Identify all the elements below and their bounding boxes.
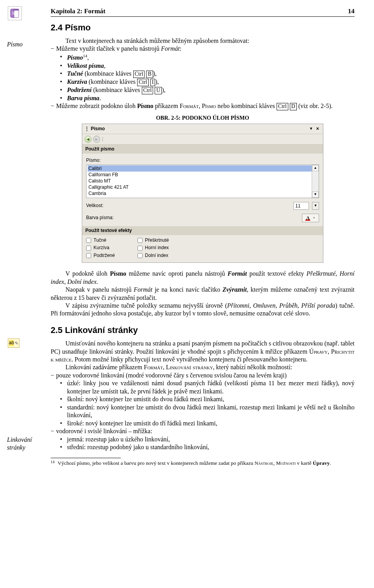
- bullet-velikost: Velikost písma,: [60, 62, 355, 70]
- margin-note-pismo: Písmo: [7, 41, 46, 48]
- checkbox-preskrtnute[interactable]: Přeškrtnuté: [138, 237, 184, 243]
- s25-bullets-2: jemná: rozestup jako u úzkého linkování,…: [60, 436, 355, 452]
- chapter-title: Kapitola 2: Formát: [51, 7, 106, 16]
- bullet-pismo: Písmo14,: [60, 53, 355, 62]
- pane-close-button[interactable]: ×: [314, 126, 321, 132]
- size-dropdown-button[interactable]: ▼: [312, 202, 319, 210]
- s25-p2: Linkování zadáváme příkazem Formát, Link…: [51, 363, 355, 371]
- s25-b-siroke: široké: nový kontejner lze umístit do tř…: [60, 420, 355, 427]
- bullet-kurziva: Kurzíva (kombinace kláves Ctrl I),: [60, 78, 355, 86]
- nav-forward-button[interactable]: ►: [93, 136, 100, 143]
- font-listbox[interactable]: Calibri Californian FB Calisto MT Callig…: [86, 165, 319, 198]
- onenote-app-icon: N: [8, 6, 22, 20]
- s25-b-standardni: standardní: nový kontejner lze umístit d…: [60, 404, 355, 420]
- font-item[interactable]: Californian FB: [88, 172, 312, 178]
- chapter-header: Kapitola 2: Formát 14: [51, 7, 355, 17]
- svg-rect-4: [305, 220, 310, 221]
- after-p2: Naopak v panelu nástrojů Formát je na ko…: [51, 286, 355, 302]
- s24-intro: Text v kontejnerech na stránkách můžeme …: [51, 37, 355, 45]
- label-pismo: Písmo:: [86, 158, 319, 163]
- s25-dash-1: −pouze vodorovné linkování (modré vodoro…: [51, 372, 355, 379]
- font-color-button[interactable]: A: [302, 214, 319, 222]
- s25-dash-2: −vodorovné i svislé linkování – mřížka:: [51, 427, 355, 435]
- s25-b-skolni: školní: nový kontejner lze umístit do dv…: [60, 395, 355, 403]
- pane-nav: ◄ ► │: [82, 134, 323, 145]
- font-item[interactable]: Calligraphic 421 AT: [88, 184, 312, 190]
- grip-icon: ⋮: [85, 126, 89, 132]
- font-task-pane: ⋮ Písmo ▼ × ◄ ► │ Použít písmo Písmo: Ca…: [82, 124, 323, 263]
- checkbox-tucne[interactable]: Tučné: [86, 237, 133, 243]
- size-input[interactable]: [293, 202, 309, 210]
- label-velikost: Velikost:: [86, 203, 121, 209]
- checkbox-podtrzene[interactable]: Podtržené: [86, 253, 133, 259]
- s24-bullet-list: Písmo14, Velikost písma, Tučné (kombinac…: [60, 53, 355, 102]
- font-list-scrollbar[interactable]: ▲ ▼: [312, 165, 319, 198]
- pane-titlebar: ⋮ Písmo ▼ ×: [82, 124, 323, 134]
- s24-dash-1: −Můžeme využít tlačítek v panelu nástroj…: [51, 45, 355, 53]
- font-item-calibri[interactable]: Calibri: [88, 165, 312, 172]
- margin-note-linkovani: Linkování stránky: [7, 436, 46, 452]
- checkbox-dolni-index[interactable]: Dolní index: [138, 253, 184, 259]
- s24-dash-2: −Můžeme zobrazit podokno úloh Písmo přík…: [51, 102, 355, 110]
- svg-text:N: N: [11, 11, 15, 16]
- font-item[interactable]: Calisto MT: [88, 178, 312, 184]
- bullet-podtrzeni: Podtržení (kombinace kláves Ctrl U),: [60, 86, 355, 94]
- page-number: 14: [348, 7, 355, 16]
- band-text-effects: Použít textové efekty: [82, 226, 323, 235]
- s25-p1: Umisťování nového kontejneru na stránku …: [51, 340, 355, 363]
- section-2-5-title: 2.5 Linkování stránky: [51, 325, 355, 336]
- label-barva: Barva písma:: [86, 215, 121, 221]
- bullet-tucne: Tučné (kombinace kláves Ctrl B),: [60, 70, 355, 78]
- section-2-4-title: 2.4 Písmo: [51, 22, 355, 33]
- s25-b-jemna: jemná: rozestup jako u úzkého linkování,: [60, 436, 355, 443]
- checkbox-horni-index[interactable]: Horní index: [138, 245, 184, 251]
- footnote-14: 14 Výchozí písmo, jeho velikost a barvu …: [51, 460, 355, 466]
- effects-grid: Tučné Přeškrtnuté Kurzíva Horní index Po…: [82, 235, 323, 262]
- checkbox-kurziva[interactable]: Kurzíva: [86, 245, 133, 251]
- nav-back-button[interactable]: ◄: [85, 136, 92, 143]
- after-p3: V zápisu zvýrazníme tučně položky seznam…: [51, 302, 355, 318]
- after-p1: V podokně úloh Písmo můžeme navíc oproti…: [51, 270, 355, 286]
- pane-menu-caret[interactable]: ▼: [309, 126, 313, 131]
- s25-b-uzke: úzké: linky jsou ve vzdálenosti námi dos…: [60, 379, 355, 395]
- band-use-font: Použít písmo: [82, 145, 323, 154]
- figure-caption: OBR. 2-5: PODOKNO ÚLOH PÍSMO: [51, 114, 355, 122]
- bullet-barva: Barva písma.: [60, 94, 355, 102]
- footnote-separator: [51, 458, 121, 458]
- s25-b-stredni: střední: rozestup podobný jako u standar…: [60, 443, 355, 451]
- s25-bullets-1: úzké: linky jsou ve vzdálenosti námi dos…: [60, 379, 355, 427]
- scroll-up-button[interactable]: ▲: [312, 165, 319, 171]
- scroll-down-button[interactable]: ▼: [312, 191, 319, 198]
- pane-title: Písmo: [91, 126, 105, 132]
- highlight-ab-icon: ab✎: [8, 338, 19, 348]
- font-item[interactable]: Cambria: [88, 190, 312, 197]
